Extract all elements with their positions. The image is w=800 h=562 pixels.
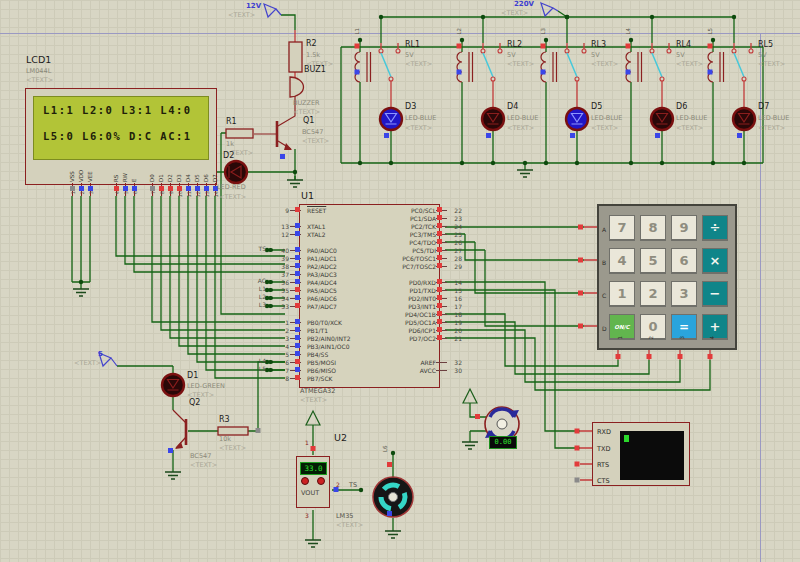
pin-stub: [436, 238, 447, 246]
relay-rl5-with-led-d7[interactable]: [708, 15, 756, 165]
led-text: <TEXT>: [676, 125, 703, 132]
buzzer-symbol[interactable]: [290, 77, 303, 97]
lcd-pin-label: VDD: [78, 160, 84, 182]
pin-stub: [436, 318, 447, 326]
pin-number: 22: [447, 207, 463, 214]
pin-name: PC3/TMS: [362, 231, 436, 238]
buz1-model: BUZZER: [293, 100, 320, 107]
resistor-r2[interactable]: [289, 42, 302, 72]
keypad-key[interactable]: 7: [609, 215, 635, 241]
terminal-pin-label: CTS: [597, 477, 610, 485]
terminal-cursor: [624, 435, 629, 442]
led-ref: D3: [405, 103, 416, 111]
keypad-key[interactable]: 4: [609, 248, 635, 274]
u1-pin-row: [362, 342, 472, 350]
led-text: <TEXT>: [507, 125, 534, 132]
lcd-pin: D3 10: [175, 160, 184, 204]
keypad-key[interactable]: 1: [609, 281, 635, 307]
lcd-pin-number: 4: [114, 191, 120, 194]
d2-text: <TEXT>: [219, 194, 246, 201]
keypad-key[interactable]: −: [702, 281, 728, 307]
pin-stub: [436, 342, 447, 350]
keypad-key[interactable]: 8: [640, 215, 666, 241]
relay-rl2-with-led-d4[interactable]: [457, 15, 505, 165]
net-tag-dot: [267, 254, 274, 262]
keypad-col-label: 3: [679, 336, 685, 340]
relay-text: <TEXT>: [591, 61, 618, 68]
keypad-col-label: 1: [617, 336, 623, 340]
keypad-key[interactable]: ÷: [702, 215, 728, 241]
lm35-sensor[interactable]: 33.0 VOUT: [296, 456, 330, 508]
relay-value: 5V: [507, 52, 516, 59]
net-tag-label: L2: [240, 293, 267, 300]
pin-name: PA2/ADC2: [301, 263, 337, 270]
pin-number: 39: [274, 255, 290, 262]
keypad-key[interactable]: 3: [671, 281, 697, 307]
net-tag-dot: [267, 206, 274, 214]
transistor-q2[interactable]: [173, 410, 186, 449]
u1-model: ATMEGA32: [300, 388, 335, 395]
lcd-pin-number: 11: [186, 191, 192, 197]
keypad-row-label: A: [602, 226, 606, 233]
keypad-key[interactable]: 9: [671, 215, 697, 241]
transistor-q1[interactable]: [254, 96, 295, 150]
keypad-key[interactable]: 2: [640, 281, 666, 307]
net-tag-dot: [267, 286, 274, 294]
net-tag-label: AC: [240, 277, 267, 284]
lcd-pin: RS 4: [112, 160, 121, 204]
relay-value: 5V: [676, 52, 685, 59]
u1-pin-row: PD4/OC1B 18: [362, 310, 472, 318]
virtual-terminal[interactable]: RXDTXDRTSCTS: [592, 422, 690, 486]
keypad-key[interactable]: ×: [702, 248, 728, 274]
pin-name: PD0/RXD: [362, 279, 436, 286]
pin-name: AREF: [362, 359, 436, 366]
fan-symbol[interactable]: [373, 477, 413, 517]
d2-model: LED-RED: [217, 184, 246, 191]
keypad-key[interactable]: +: [702, 314, 728, 340]
net-tag-dot: [267, 342, 274, 350]
led-d1[interactable]: [162, 374, 184, 396]
lcd-text-prop: <TEXT>: [26, 77, 53, 84]
lcd-pin-row: VSS 1 VDD 2 VEE 3 RS 4 RW 5 E: [68, 160, 220, 204]
pin-number: 18: [447, 311, 463, 318]
relay-net-label: L3: [541, 28, 547, 35]
lcd-pin: D0 7: [148, 160, 157, 204]
pin-name: PB5/MOSI: [301, 359, 336, 366]
pin-stub: [436, 262, 447, 270]
lm35-increase-button[interactable]: [301, 477, 309, 485]
pin-number: 1: [274, 319, 290, 326]
keypad-row-label: B: [602, 259, 606, 266]
resistor-r3[interactable]: [218, 427, 248, 435]
pin-number: 17: [447, 303, 463, 310]
keypad-key[interactable]: 6: [671, 248, 697, 274]
pin-name: PC5/TDI: [362, 247, 436, 254]
lcd-pin: VDD 2: [77, 160, 86, 204]
lcd-pin-label: VSS: [69, 160, 75, 182]
relay-rl1-with-led-d3[interactable]: [355, 15, 403, 165]
u1-pin-row: PC0/SCL 22: [362, 206, 472, 214]
lm35-decrease-button[interactable]: [317, 477, 325, 485]
resistor-r1[interactable]: [226, 129, 253, 138]
u1-pin-row: [362, 350, 472, 358]
pin-stub: [436, 326, 447, 334]
lcd-pin-label: E: [131, 160, 137, 182]
net-tag-label: L4: [240, 357, 267, 364]
u1-pin-row: PD3/INT1 17: [362, 302, 472, 310]
relay-rl3-with-led-d5[interactable]: [541, 15, 589, 165]
net-tag-dot: [267, 222, 274, 230]
pin-stub: [436, 358, 447, 366]
u1-text: <TEXT>: [300, 397, 327, 404]
led-ref: D7: [758, 103, 769, 111]
pin-number: 16: [447, 295, 463, 302]
lcd-pin-number: 14: [213, 191, 219, 197]
net-tag-dot: [267, 214, 274, 222]
pin-name: RESET: [301, 207, 326, 214]
keypad-key[interactable]: 5: [640, 248, 666, 274]
relay-rl4-with-led-d6[interactable]: [626, 15, 674, 165]
keypad[interactable]: 789÷456×123−ON/C0=+ ABCD 1234: [597, 204, 737, 350]
led-d2[interactable]: [225, 161, 247, 183]
r1-ref: R1: [226, 118, 237, 126]
pin-name: PB6/MISO: [301, 367, 336, 374]
relay-value: 5V: [758, 52, 767, 59]
pin-stub: [436, 374, 447, 382]
